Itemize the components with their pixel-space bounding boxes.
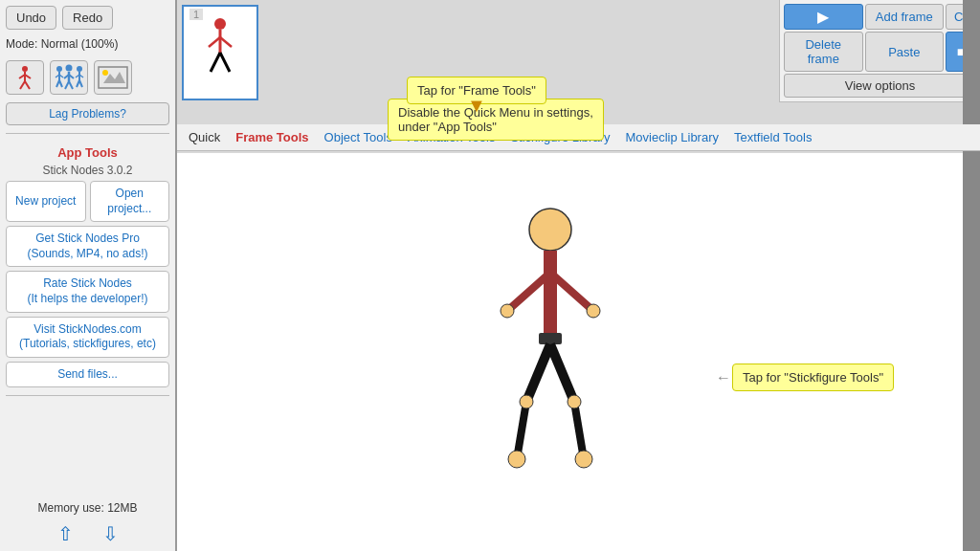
undo-button[interactable]: Undo <box>6 6 56 30</box>
tab-movieclip-library[interactable]: Movieclip Library <box>621 128 723 146</box>
send-files-button[interactable]: Send files... <box>6 362 169 388</box>
svg-line-23 <box>79 80 82 87</box>
group-icon[interactable] <box>50 60 88 95</box>
rate-button[interactable]: Rate Stick Nodes(It helps the developer!… <box>6 271 169 312</box>
main-area: 1 Add frame Copy ▶ Delete frame Paste ■ … <box>177 0 980 551</box>
svg-point-38 <box>587 304 600 318</box>
project-buttons: New project Open project... <box>6 181 169 222</box>
tab-animation-tools[interactable]: Animation Tools <box>404 128 500 146</box>
svg-point-27 <box>214 18 226 30</box>
svg-line-29 <box>209 37 220 47</box>
lag-problems-button[interactable]: Lag Problems? <box>6 102 169 125</box>
open-project-button[interactable]: Open project... <box>90 181 170 222</box>
sidebar: Undo Redo Mode: Normal (100%) <box>0 0 177 551</box>
frame-number: 1 <box>189 9 203 20</box>
scroll-arrows: ⇧ ⇩ <box>6 522 169 545</box>
svg-point-36 <box>501 304 514 318</box>
svg-line-4 <box>20 81 25 89</box>
svg-point-47 <box>568 395 581 408</box>
memory-label: Memory use: 12MB <box>6 496 169 515</box>
app-tools-title: App Tools <box>6 145 169 160</box>
svg-point-46 <box>520 395 533 408</box>
icon-row <box>6 60 169 95</box>
add-frame-button[interactable]: Add frame <box>865 4 945 30</box>
frame-thumbnail[interactable]: 1 <box>182 5 258 100</box>
canvas-area[interactable]: Tap for "Stickfigure Tools" <box>177 153 980 551</box>
play-button[interactable]: ▶ <box>784 4 863 30</box>
svg-line-30 <box>220 37 232 47</box>
svg-line-17 <box>69 81 73 89</box>
tab-quick[interactable]: Quick <box>185 128 224 146</box>
frame-tools-tooltip: Tap for "Frame Tools" ▼ <box>407 77 546 104</box>
mode-label: Mode: Normal (100%) <box>6 35 169 53</box>
delete-frame-button[interactable]: Delete frame <box>784 32 863 72</box>
tab-frame-tools[interactable]: Frame Tools <box>232 128 312 146</box>
svg-line-5 <box>25 81 30 89</box>
svg-line-40 <box>526 344 550 402</box>
landscape-icon[interactable] <box>94 60 132 95</box>
svg-line-11 <box>59 80 62 87</box>
svg-point-44 <box>508 451 525 468</box>
pro-button[interactable]: Get Stick Nodes Pro(Sounds, MP4, no ads!… <box>6 226 169 267</box>
svg-point-33 <box>529 209 571 251</box>
svg-point-12 <box>66 65 73 72</box>
scroll-up-button[interactable]: ⇧ <box>57 522 74 545</box>
top-right-controls: Add frame Copy ▶ Delete frame Paste ■ Vi… <box>779 0 980 102</box>
svg-line-32 <box>220 53 230 72</box>
svg-point-18 <box>77 66 82 72</box>
svg-line-16 <box>65 81 69 89</box>
top-buttons: Undo Redo <box>6 6 169 30</box>
new-project-button[interactable]: New project <box>6 181 86 222</box>
tab-stickfigure-library[interactable]: Stickfigure Library <box>506 128 613 146</box>
svg-point-6 <box>56 66 62 72</box>
stickfigure-canvas[interactable] <box>455 201 646 507</box>
view-options-button[interactable]: View options <box>784 74 976 98</box>
paste-button[interactable]: Paste <box>865 32 945 72</box>
nav-tabs: Quick Frame Tools Object Tools Animation… <box>177 124 980 151</box>
version-label: Stick Nodes 3.0.2 <box>6 164 169 177</box>
svg-rect-39 <box>539 333 562 344</box>
stickfigure-icon[interactable] <box>6 60 44 95</box>
svg-point-0 <box>22 66 28 72</box>
right-scroll-strip <box>963 0 980 551</box>
svg-point-26 <box>102 70 108 76</box>
redo-button[interactable]: Redo <box>62 6 113 30</box>
tab-object-tools[interactable]: Object Tools <box>321 128 396 146</box>
tab-textfield-tools[interactable]: Textfield Tools <box>730 128 815 146</box>
stickfigure-tools-tooltip: Tap for "Stickfigure Tools" <box>732 364 894 391</box>
scroll-down-button[interactable]: ⇩ <box>102 522 119 545</box>
visit-button[interactable]: Visit StickNodes.com(Tutorials, stickfig… <box>6 317 169 358</box>
svg-line-31 <box>211 53 220 72</box>
svg-line-41 <box>550 344 574 402</box>
tooltip-down-arrow: ▼ <box>467 95 486 117</box>
frame-area: 1 <box>177 0 378 124</box>
svg-point-45 <box>575 451 592 468</box>
